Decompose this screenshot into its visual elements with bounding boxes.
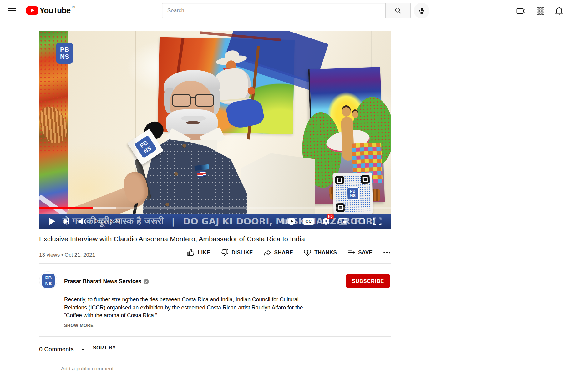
next-button[interactable] [63, 218, 70, 225]
cc-icon: CC [303, 218, 314, 225]
seek-bar[interactable] [39, 207, 391, 209]
youtube-region-label: IN [72, 5, 75, 9]
video-description: Recently, to further stre ngthen the tie… [64, 296, 307, 320]
save-button[interactable]: SAVE [347, 249, 373, 257]
video-title: Exclusive Interview with Claudio Ansoren… [39, 235, 383, 243]
action-bar: LIKE DISLIKE SHARE $ THANKS SAVE [39, 249, 391, 257]
miniplayer-button[interactable] [338, 218, 347, 225]
thumbs-down-icon [220, 249, 229, 257]
fullscreen-icon [373, 217, 382, 225]
hd-quality-badge: HD [327, 214, 334, 219]
video-player[interactable]: PBNS PBNS PBNS दो गज की दूरी, मास्क है ज… [39, 31, 391, 229]
more-actions-button[interactable] [383, 249, 391, 257]
divider [39, 336, 391, 337]
pbns-watermark: PBNS [56, 43, 73, 64]
like-button[interactable]: LIKE [187, 249, 210, 257]
show-more-button[interactable]: SHOW MORE [64, 323, 94, 328]
channel-avatar[interactable]: PBNS [39, 271, 57, 289]
more-dots-icon [383, 249, 391, 257]
sort-icon [82, 345, 89, 351]
add-comment-input[interactable] [61, 363, 391, 374]
youtube-logo-text: YouTube [39, 6, 70, 15]
autoplay-toggle[interactable] [281, 217, 295, 225]
player-controls: 0:55 / 6:20 CC HD [39, 214, 391, 229]
share-arrow-icon [263, 249, 271, 257]
verified-badge-icon [144, 279, 149, 284]
notifications-button[interactable] [554, 5, 565, 17]
channel-name[interactable]: Prasar Bharati News Services [64, 278, 149, 285]
apps-grid-icon [536, 7, 545, 15]
youtube-apps-button[interactable] [535, 5, 546, 17]
microphone-icon [418, 7, 425, 14]
autoplay-knob-icon [288, 218, 295, 225]
youtube-logo[interactable]: YouTube IN [26, 6, 75, 15]
thanks-button[interactable]: $ THANKS [303, 249, 337, 257]
subtitles-button[interactable]: CC [303, 218, 314, 225]
divider [39, 263, 391, 264]
hamburger-menu-button[interactable] [8, 7, 17, 14]
search-icon [394, 7, 402, 14]
volume-button[interactable] [78, 218, 87, 225]
search-input[interactable] [162, 3, 385, 18]
playlist-add-icon [347, 249, 355, 257]
play-icon [48, 217, 55, 225]
voice-search-button[interactable] [414, 3, 429, 18]
played-bar [39, 207, 93, 209]
bell-icon [555, 6, 564, 16]
search-button[interactable] [385, 3, 411, 18]
top-navbar: YouTube IN [0, 0, 588, 21]
pbns-avatar-logo: PBNS [42, 274, 55, 288]
play-button[interactable] [48, 217, 55, 225]
heart-dollar-icon: $ [303, 249, 312, 257]
thumbs-up-icon [187, 249, 195, 257]
pbns-mic-logo: PBNS [134, 134, 158, 159]
subscribe-button[interactable]: SUBSCRIBE [346, 274, 390, 288]
create-video-icon [516, 7, 526, 15]
share-button[interactable]: SHARE [263, 249, 293, 257]
time-display: 0:55 / 6:20 [95, 218, 120, 224]
youtube-play-icon [26, 6, 38, 15]
svg-text:$: $ [307, 250, 308, 254]
dislike-button[interactable]: DISLIKE [220, 249, 253, 257]
comments-count: 0 Comments [39, 346, 74, 353]
theater-mode-button[interactable] [355, 218, 365, 224]
fullscreen-button[interactable] [373, 217, 382, 225]
miniplayer-icon [338, 218, 347, 225]
pbns-qr-logo: PBNS [346, 187, 359, 200]
create-video-button[interactable] [515, 5, 527, 17]
settings-button[interactable]: HD [322, 217, 330, 225]
theater-icon [355, 218, 365, 224]
volume-icon [78, 218, 87, 225]
sort-by-button[interactable]: SORT BY [82, 345, 116, 351]
next-icon [63, 218, 70, 225]
